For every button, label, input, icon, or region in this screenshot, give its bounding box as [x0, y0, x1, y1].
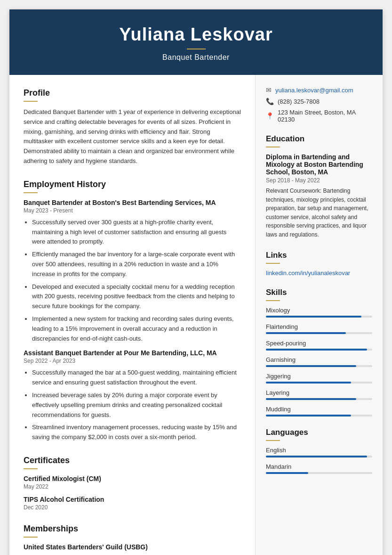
- language-bar-fill: [266, 472, 308, 474]
- list-item: Increased beverage sales by 20% during a…: [32, 391, 241, 420]
- job-1-bullets: Successfully served over 300 guests at a…: [24, 218, 241, 344]
- skill-bar-fill: [266, 398, 356, 400]
- certificates-title: Certificates: [24, 456, 241, 465]
- edu-1-title: Diploma in Bartending and Mixology at Bo…: [266, 153, 372, 176]
- email-icon: ✉: [266, 86, 272, 94]
- employment-section: Employment History Banquet Bartender at …: [24, 180, 241, 442]
- language-bar-bg: [266, 472, 372, 474]
- profile-title: Profile: [24, 88, 241, 98]
- languages-list: English Mandarin: [266, 447, 372, 474]
- cert-1-date: May 2022: [24, 483, 241, 490]
- language-name: Mandarin: [266, 463, 372, 470]
- skill-name: Speed-pouring: [266, 340, 372, 347]
- membership-1-name: United States Bartenders' Guild (USBG): [24, 543, 241, 551]
- link-1-anchor[interactable]: linkedin.com/in/yulianaleskovar: [266, 269, 350, 277]
- job-1-title: Banquet Bartender at Boston's Best Barte…: [24, 199, 241, 206]
- cert-2-name: TIPS Alcohol Certification: [24, 496, 241, 503]
- profile-section: Profile Dedicated Banquet Bartender with…: [24, 88, 241, 166]
- job-2-title: Assistant Banquet Bartender at Pour Me B…: [24, 349, 241, 357]
- profile-divider: [24, 101, 38, 102]
- link-1: linkedin.com/in/yulianaleskovar: [266, 269, 372, 277]
- education-section: Education Diploma in Bartending and Mixo…: [266, 134, 372, 239]
- language-row: English: [266, 447, 372, 457]
- languages-section: Languages English Mandarin: [266, 428, 372, 474]
- header: Yuliana Leskovar Banquet Bartender: [9, 9, 383, 75]
- skill-row: Layering: [266, 389, 372, 400]
- memberships-section: Memberships United States Bartenders' Gu…: [24, 524, 241, 551]
- skill-bar-bg: [266, 332, 372, 334]
- address-text: 123 Main Street, Boston, MA 02130: [278, 109, 372, 123]
- skill-bar-bg: [266, 349, 372, 351]
- skill-row: Jiggering: [266, 373, 372, 384]
- skill-row: Garnishing: [266, 356, 372, 367]
- skill-bar-fill: [266, 365, 356, 367]
- language-bar-bg: [266, 456, 372, 457]
- skill-bar-fill: [266, 349, 367, 351]
- job-2: Assistant Banquet Bartender at Pour Me B…: [24, 349, 241, 442]
- contact-phone: 📞 (828) 325-7808: [266, 98, 372, 105]
- skill-row: Flairtending: [266, 323, 372, 334]
- location-icon: 📍: [266, 112, 274, 120]
- language-row: Mandarin: [266, 463, 372, 474]
- body: Profile Dedicated Banquet Bartender with…: [9, 75, 383, 555]
- candidate-name: Yuliana Leskovar: [19, 24, 373, 45]
- skills-title: Skills: [266, 288, 372, 297]
- job-1: Banquet Bartender at Boston's Best Barte…: [24, 199, 241, 344]
- job-2-date: Sep 2022 - Apr 2023: [24, 358, 241, 364]
- edu-1-date: Sep 2018 - May 2022: [266, 177, 372, 184]
- skill-bar-fill: [266, 316, 361, 318]
- languages-title: Languages: [266, 428, 372, 437]
- list-item: Developed and executed a specialty cockt…: [32, 282, 241, 311]
- list-item: Successfully managed the bar at a 500-gu…: [32, 368, 241, 388]
- certificates-section: Certificates Certified Mixologist (CM) M…: [24, 456, 241, 511]
- skill-bar-bg: [266, 415, 372, 416]
- links-section: Links linkedin.com/in/yulianaleskovar: [266, 251, 372, 277]
- skill-bar-fill: [266, 415, 351, 416]
- phone-icon: 📞: [266, 98, 274, 105]
- skill-bar-fill: [266, 332, 346, 334]
- memberships-divider: [24, 537, 38, 538]
- skill-bar-bg: [266, 316, 372, 318]
- skills-list: Mixology Flairtending Speed-pouring Garn…: [266, 307, 372, 416]
- memberships-title: Memberships: [24, 524, 241, 534]
- edu-1-text: Relevant Coursework: Bartending techniqu…: [266, 187, 372, 239]
- skill-name: Garnishing: [266, 356, 372, 363]
- links-divider: [266, 263, 280, 264]
- email-link[interactable]: yuliana.leskovar@gmail.com: [275, 87, 353, 94]
- links-title: Links: [266, 251, 372, 260]
- skill-name: Jiggering: [266, 373, 372, 380]
- list-item: Implemented a new system for tracking an…: [32, 314, 241, 343]
- skill-name: Layering: [266, 389, 372, 396]
- contact-address: 📍 123 Main Street, Boston, MA 02130: [266, 109, 372, 123]
- skill-row: Speed-pouring: [266, 340, 372, 351]
- skill-bar-fill: [266, 382, 351, 384]
- skill-row: Mixology: [266, 307, 372, 318]
- education-title: Education: [266, 134, 372, 144]
- candidate-title: Banquet Bartender: [19, 53, 373, 62]
- skill-bar-bg: [266, 398, 372, 400]
- list-item: Streamlined inventory management process…: [32, 423, 241, 442]
- cert-1-name: Certified Mixologist (CM): [24, 475, 241, 482]
- contact-email: ✉ yuliana.leskovar@gmail.com: [266, 86, 372, 94]
- resume-container: Yuliana Leskovar Banquet Bartender Profi…: [9, 9, 383, 555]
- skills-section: Skills Mixology Flairtending Speed-pouri…: [266, 288, 372, 416]
- header-divider: [187, 49, 206, 49]
- contact-section: ✉ yuliana.leskovar@gmail.com 📞 (828) 325…: [266, 86, 372, 123]
- certificates-divider: [24, 468, 38, 469]
- list-item: Successfully served over 300 guests at a…: [32, 218, 241, 247]
- education-divider: [266, 147, 280, 147]
- languages-divider: [266, 440, 280, 441]
- language-name: English: [266, 447, 372, 454]
- skill-name: Muddling: [266, 406, 372, 413]
- language-bar-fill: [266, 456, 367, 457]
- skill-name: Mixology: [266, 307, 372, 314]
- left-column: Profile Dedicated Banquet Bartender with…: [9, 75, 256, 555]
- skill-bar-bg: [266, 382, 372, 384]
- employment-title: Employment History: [24, 180, 241, 189]
- job-1-date: May 2023 - Present: [24, 207, 241, 214]
- skill-bar-bg: [266, 365, 372, 367]
- employment-divider: [24, 192, 38, 193]
- phone-text: (828) 325-7808: [278, 98, 320, 105]
- skill-row: Muddling: [266, 406, 372, 416]
- profile-text: Dedicated Banquet Bartender with 1 year …: [24, 107, 241, 166]
